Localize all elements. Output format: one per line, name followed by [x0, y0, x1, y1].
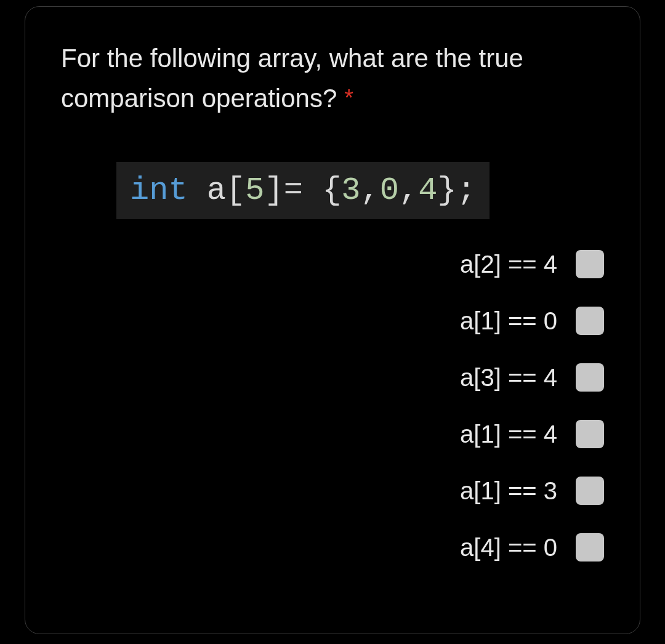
checkbox[interactable] [576, 477, 604, 505]
option-row: a[4] == 0 [61, 533, 604, 561]
code-size: 5 [245, 172, 264, 209]
checkbox[interactable] [576, 420, 604, 448]
code-c2: , [399, 172, 418, 209]
code-assign: = [284, 172, 322, 209]
code-v1: 3 [341, 172, 360, 209]
code-semi: ; [457, 172, 476, 209]
option-label: a[1] == 3 [460, 477, 557, 505]
option-row: a[2] == 4 [61, 250, 604, 278]
question-card: For the following array, what are the tr… [25, 6, 640, 634]
option-row: a[1] == 3 [61, 477, 604, 505]
code-close-bracket: ] [265, 172, 284, 209]
checkbox[interactable] [576, 307, 604, 335]
code-keyword: int [130, 172, 188, 209]
checkbox[interactable] [576, 363, 604, 392]
code-c1: , [361, 172, 380, 209]
code-identifier: a [207, 172, 226, 209]
option-label: a[2] == 4 [460, 251, 557, 278]
option-label: a[3] == 4 [460, 364, 557, 392]
option-label: a[1] == 4 [460, 421, 557, 448]
option-row: a[3] == 4 [61, 363, 604, 392]
code-v2: 0 [380, 172, 399, 209]
option-row: a[1] == 4 [61, 420, 604, 448]
code-open-bracket: [ [226, 172, 245, 209]
code-block: int a[5]= {3,0,4}; [116, 162, 490, 219]
options-list: a[2] == 4 a[1] == 0 a[3] == 4 a[1] == 4 … [61, 250, 604, 561]
question-line-1: For the following array, what are the tr… [61, 39, 604, 78]
option-row: a[1] == 0 [61, 307, 604, 335]
code-v3: 4 [418, 172, 437, 209]
question-line-2: comparison operations? [61, 78, 337, 119]
checkbox[interactable] [576, 250, 604, 278]
checkbox[interactable] [576, 533, 604, 561]
option-label: a[1] == 0 [460, 307, 557, 335]
question-block: For the following array, what are the tr… [61, 39, 604, 119]
code-close-brace: } [437, 172, 456, 209]
code-wrap: int a[5]= {3,0,4}; [116, 162, 604, 219]
code-open-brace: { [322, 172, 341, 209]
option-label: a[4] == 0 [460, 534, 557, 561]
required-marker: * [344, 85, 353, 111]
